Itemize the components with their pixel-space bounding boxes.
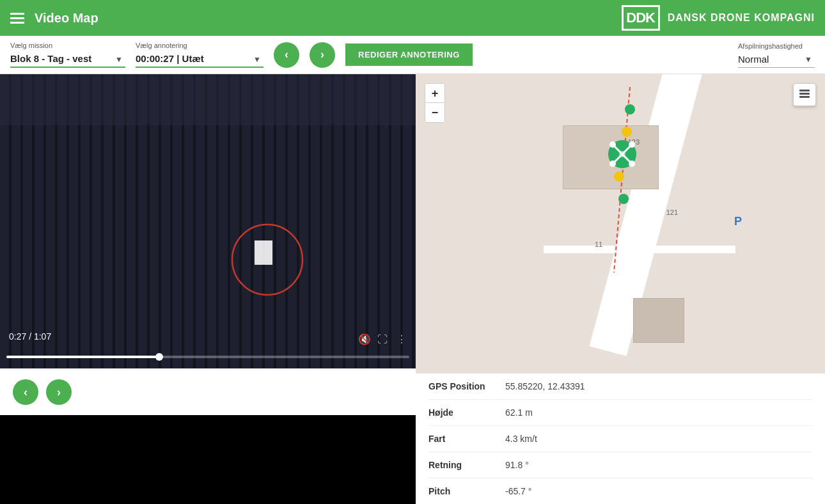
speed-info-value: 4.3 km/t <box>505 434 537 444</box>
svg-point-20 <box>619 151 625 157</box>
toolbar: Vælg mission Blok 8 - Tag - vest Blok 9 … <box>0 36 825 74</box>
hamburger-menu[interactable] <box>10 13 24 24</box>
right-panel: 123 121 11 119 P <box>416 74 825 504</box>
zoom-controls: + − <box>425 83 445 123</box>
map[interactable]: 123 121 11 119 P <box>416 74 825 504</box>
annotation-select-wrap: 00:00:27 | Utæt ▼ <box>136 51 263 68</box>
svg-point-10 <box>618 194 629 204</box>
logo-name: DANSK DRONE KOMPAGNI <box>668 12 815 24</box>
speed-label: Afspilningshastighed <box>738 42 815 50</box>
bottom-nav: ‹ › <box>0 368 416 415</box>
annotation-label: Vælg annotering <box>136 42 263 49</box>
height-label: Højde <box>428 407 505 418</box>
header-left: Video Map <box>10 11 98 26</box>
brand-logo: DDK DANSK DRONE KOMPAGNI <box>622 5 815 31</box>
svg-point-17 <box>629 141 635 148</box>
pitch-value: -65.7 ° <box>505 486 531 496</box>
svg-point-18 <box>609 161 616 167</box>
zoom-out-button[interactable]: − <box>425 103 444 122</box>
svg-rect-23 <box>799 90 810 91</box>
mission-select[interactable]: Blok 8 - Tag - vest Blok 9 - Tag - øst <box>10 51 125 68</box>
volume-icon[interactable]: 🔇 <box>358 333 371 345</box>
annotation-select[interactable]: 00:00:27 | Utæt <box>136 51 263 68</box>
video-player[interactable]: // Generate fence columns inline via JS <box>0 74 416 368</box>
direction-row: Retning 91.8 ° <box>428 452 812 478</box>
pitch-row: Pitch -65.7 ° <box>428 478 812 504</box>
speed-select[interactable]: 0.5x Normal 1.5x 2x <box>738 51 815 68</box>
mission-select-wrap: Blok 8 - Tag - vest Blok 9 - Tag - øst ▼ <box>10 51 125 68</box>
main-content: // Generate fence columns inline via JS <box>0 74 825 504</box>
pitch-label: Pitch <box>428 486 505 496</box>
direction-value: 91.8 ° <box>505 460 529 470</box>
mission-select-group: Vælg mission Blok 8 - Tag - vest Blok 9 … <box>10 42 125 68</box>
left-panel: // Generate fence columns inline via JS <box>0 74 416 504</box>
drone-path-svg <box>416 74 825 285</box>
mission-label: Vælg mission <box>10 42 125 49</box>
height-value: 62.1 m <box>505 407 533 418</box>
video-overlay <box>0 74 416 368</box>
next-annotation-button[interactable]: › <box>310 42 335 68</box>
next-button-bottom[interactable]: › <box>46 379 72 405</box>
svg-rect-21 <box>799 96 810 98</box>
height-row: Højde 62.1 m <box>428 400 812 426</box>
more-options-icon[interactable]: ⋮ <box>397 333 407 345</box>
map-building-2 <box>633 298 684 343</box>
header: Video Map DDK DANSK DRONE KOMPAGNI <box>0 0 825 36</box>
svg-rect-5 <box>0 74 416 125</box>
svg-point-11 <box>622 127 632 137</box>
info-panel: GPS Position 55.85220, 12.43391 Højde 62… <box>416 374 825 504</box>
gps-value: 55.85220, 12.43391 <box>505 381 585 391</box>
svg-rect-7 <box>255 240 272 265</box>
svg-point-19 <box>629 161 635 167</box>
gps-row: GPS Position 55.85220, 12.43391 <box>428 374 812 400</box>
app-title: Video Map <box>35 11 98 26</box>
speed-select-group: Afspilningshastighed 0.5x Normal 1.5x 2x… <box>738 42 815 68</box>
annotation-select-group: Vælg annotering 00:00:27 | Utæt ▼ <box>136 42 263 68</box>
video-progress-fill <box>6 356 159 358</box>
svg-point-16 <box>609 141 616 148</box>
speed-select-wrap: 0.5x Normal 1.5x 2x ▼ <box>738 51 815 68</box>
speed-row: Fart 4.3 km/t <box>428 426 812 452</box>
prev-annotation-button[interactable]: ‹ <box>274 42 299 68</box>
layers-icon <box>798 88 811 101</box>
fullscreen-icon[interactable]: ⛶ <box>377 334 388 345</box>
speed-info-label: Fart <box>428 434 505 444</box>
svg-point-9 <box>625 104 635 114</box>
gps-label: GPS Position <box>428 381 505 391</box>
video-time: 0:27 / 1:07 <box>9 331 51 342</box>
prev-button-bottom[interactable]: ‹ <box>13 379 38 405</box>
direction-label: Retning <box>428 460 505 470</box>
layer-control-button[interactable] <box>793 83 816 106</box>
zoom-in-button[interactable]: + <box>425 84 444 103</box>
logo-abbr: DDK <box>622 5 660 31</box>
edit-annotation-button[interactable]: REDIGER ANNOTERING <box>345 43 473 66</box>
video-progress-bar[interactable] <box>6 356 409 358</box>
svg-rect-22 <box>799 93 810 95</box>
svg-point-12 <box>614 171 624 182</box>
